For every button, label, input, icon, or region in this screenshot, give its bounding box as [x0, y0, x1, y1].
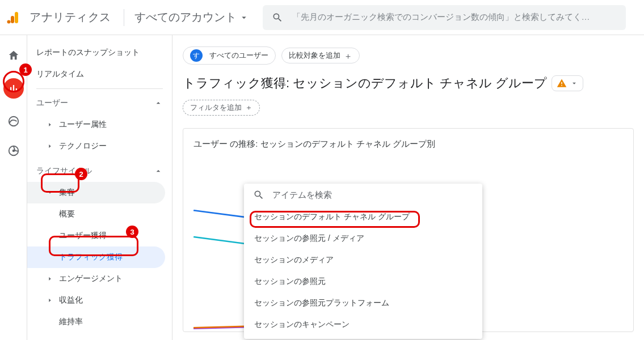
home-icon[interactable]: [7, 49, 20, 62]
advertising-icon[interactable]: [7, 144, 20, 158]
report-sidebar: レポートのスナップショット リアルタイム ユーザー ユーザー属性 テクノロジー …: [27, 35, 172, 340]
caret-down-icon: [239, 12, 249, 23]
explore-icon[interactable]: [7, 114, 20, 128]
search-placeholder: 「先月のオーガニック検索でのコンバージョン数の傾向」と検索してみてく…: [292, 12, 590, 23]
chart-panel-title: ユーザー の推移: セッションのデフォルト チャネル グループ別: [193, 139, 623, 150]
sidebar-item-user-acquisition[interactable]: ユーザー獲得: [27, 225, 172, 246]
dropdown-search[interactable]: アイテムを検索: [244, 184, 482, 206]
sidebar-item-acquisition[interactable]: 集客: [27, 182, 165, 203]
sidebar-item-realtime[interactable]: リアルタイム: [27, 63, 172, 85]
segment-badge-icon: す: [190, 49, 203, 62]
sidebar-divider: [36, 88, 163, 89]
left-rail: [0, 35, 27, 340]
sidebar-item-retention[interactable]: 維持率: [27, 311, 172, 333]
plus-icon: ＋: [344, 52, 352, 60]
global-search[interactable]: 「先月のオーガニック検索でのコンバージョン数の傾向」と検索してみてく…: [263, 5, 626, 30]
svg-rect-1: [11, 16, 14, 23]
search-icon: [272, 12, 283, 23]
search-icon: [253, 189, 264, 201]
sidebar-section-lifecycle[interactable]: ライフサイクル: [27, 160, 172, 182]
warning-icon: [557, 78, 567, 88]
add-comparison-button[interactable]: 比較対象を追加 ＋: [281, 48, 360, 63]
dropdown-item-0[interactable]: セッションのデフォルト チャネル グループ: [244, 206, 482, 228]
svg-rect-0: [15, 12, 18, 23]
dropdown-item-3[interactable]: セッションの参照元: [244, 271, 482, 292]
dimension-dropdown: アイテムを検索 セッションのデフォルト チャネル グループ セッションの参照元 …: [244, 184, 482, 339]
sidebar-section-user[interactable]: ユーザー: [27, 92, 172, 114]
sidebar-item-engagement[interactable]: エンゲージメント: [27, 268, 172, 290]
brand-label: アナリティクス: [30, 10, 111, 25]
account-picker[interactable]: すべてのアカウント: [134, 10, 249, 25]
sidebar-item-user-attributes[interactable]: ユーザー属性: [27, 114, 172, 135]
dropdown-item-4[interactable]: セッションの参照元プラットフォーム: [244, 292, 482, 314]
account-picker-label: すべてのアカウント: [134, 10, 237, 25]
data-quality-warning-chip[interactable]: [552, 75, 583, 91]
sidebar-item-technology[interactable]: テクノロジー: [27, 135, 172, 157]
sidebar-item-traffic-acquisition[interactable]: トラフィック獲得: [27, 246, 165, 268]
sidebar-item-overview[interactable]: 概要: [27, 203, 172, 225]
chevron-up-icon: [154, 167, 163, 176]
dropdown-search-placeholder: アイテムを検索: [272, 190, 332, 201]
caret-down-icon: [570, 79, 578, 87]
dropdown-item-5[interactable]: セッションのキャンペーン: [244, 314, 482, 335]
analytics-logo-icon: [7, 11, 20, 24]
header-divider: [124, 9, 124, 26]
page-title: トラフィック獲得: セッションのデフォルト チャネル グループ: [183, 75, 634, 92]
dropdown-item-2[interactable]: セッションのメディア: [244, 249, 482, 271]
svg-point-2: [7, 20, 11, 23]
chevron-up-icon: [154, 99, 163, 108]
plus-icon: ＋: [245, 103, 252, 113]
segment-all-users[interactable]: す すべてのユーザー: [183, 46, 276, 65]
svg-point-5: [12, 150, 15, 152]
sidebar-item-monetization[interactable]: 収益化: [27, 290, 172, 311]
dropdown-item-1[interactable]: セッションの参照元 / メディア: [244, 228, 482, 249]
add-filter-button[interactable]: フィルタを追加 ＋: [183, 100, 260, 116]
sidebar-item-snapshot[interactable]: レポートのスナップショット: [27, 42, 172, 63]
reports-icon[interactable]: [3, 78, 24, 99]
